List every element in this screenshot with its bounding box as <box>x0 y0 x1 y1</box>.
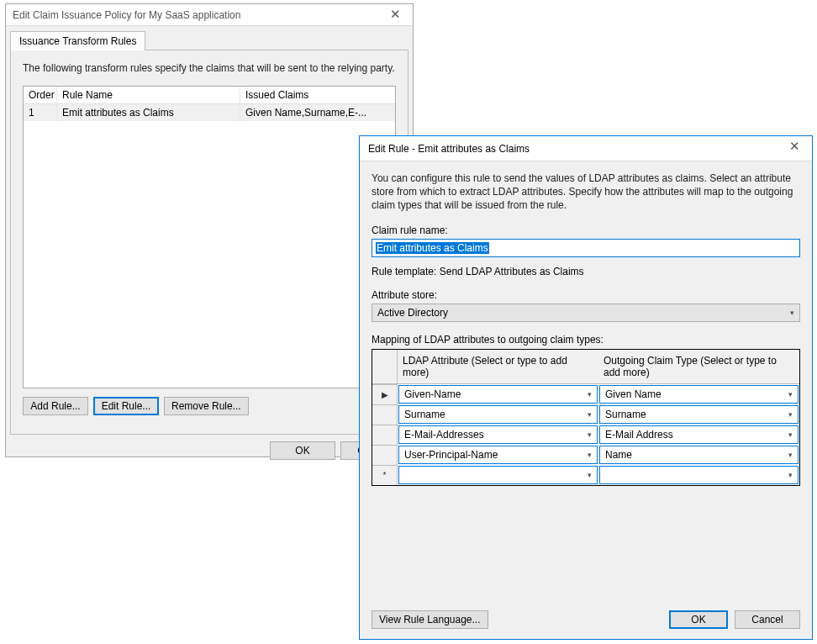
attr-store-label: Attribute store: <box>372 289 800 301</box>
chevron-down-icon: ▾ <box>788 430 793 439</box>
row-indicator[interactable] <box>372 404 398 425</box>
tab-issuance-transform[interactable]: Issuance Transform Rules <box>10 31 145 50</box>
chevron-down-icon: ▾ <box>588 390 592 399</box>
window-title: Edit Rule - Emit attributes as Claims <box>368 143 530 155</box>
input-selection: Emit attributes as Claims <box>376 242 489 254</box>
chevron-down-icon: ▾ <box>790 309 794 317</box>
outgoing-claim-cell[interactable]: E-Mail Address▾ <box>599 425 799 444</box>
col-rulename[interactable]: Rule Name <box>57 87 240 103</box>
rules-table[interactable]: Order Rule Name Issued Claims 1 Emit att… <box>23 86 396 388</box>
row-indicator[interactable] <box>372 445 398 465</box>
col-order[interactable]: Order <box>24 87 57 103</box>
ldap-attr-cell[interactable]: Given-Name▾ <box>398 385 598 404</box>
rule-template-text: Rule template: Send LDAP Attributes as C… <box>372 266 800 277</box>
outgoing-claim-cell[interactable]: Given Name▾ <box>599 385 799 404</box>
claim-rule-name-label: Claim rule name: <box>372 224 800 236</box>
close-icon[interactable]: ✕ <box>784 139 805 154</box>
table-row: Surname▾ Surname▾ <box>372 404 799 425</box>
edit-rule-button[interactable]: Edit Rule... <box>93 397 159 415</box>
outgoing-claim-cell[interactable]: Name▾ <box>599 446 799 464</box>
ldap-attr-cell[interactable]: E-Mail-Addresses▾ <box>398 425 598 444</box>
chevron-down-icon: ▾ <box>588 410 592 419</box>
view-rule-language-button[interactable]: View Rule Language... <box>372 610 488 629</box>
remove-rule-button[interactable]: Remove Rule... <box>164 397 249 415</box>
table-row[interactable]: 1 Emit attributes as Claims Given Name,S… <box>24 104 395 121</box>
chevron-down-icon: ▾ <box>788 451 793 459</box>
ok-button[interactable]: OK <box>669 610 728 629</box>
cell-order: 1 <box>24 104 57 121</box>
table-row: ▶ Given-Name▾ Given Name▾ <box>372 384 799 404</box>
claim-rule-name-input[interactable]: Emit attributes as Claims <box>372 239 800 257</box>
table-row: User-Principal-Name▾ Name▾ <box>372 445 799 465</box>
outgoing-claim-cell[interactable]: Surname▾ <box>599 405 799 424</box>
ok-button[interactable]: OK <box>270 441 335 460</box>
claim-policy-dialog: Edit Claim Issuance Policy for My SaaS a… <box>5 3 414 457</box>
tab-panel: The following transform rules specify th… <box>10 50 408 435</box>
chevron-down-icon: ▾ <box>788 471 793 479</box>
table-row: * ▾ ▾ <box>372 465 799 485</box>
chevron-down-icon: ▾ <box>588 471 592 479</box>
mapping-label: Mapping of LDAP attributes to outgoing c… <box>372 334 800 346</box>
attr-store-value: Active Directory <box>377 307 448 319</box>
description-text: You can configure this rule to send the … <box>372 172 800 213</box>
ldap-attr-cell[interactable]: User-Principal-Name▾ <box>398 446 598 464</box>
ldap-attr-cell[interactable]: Surname▾ <box>398 405 598 424</box>
outgoing-claim-cell[interactable]: ▾ <box>599 466 799 484</box>
window-title: Edit Claim Issuance Policy for My SaaS a… <box>13 9 240 21</box>
cell-name: Emit attributes as Claims <box>57 104 240 121</box>
col-issued[interactable]: Issued Claims <box>240 87 395 103</box>
col-ldap-attr[interactable]: LDAP Attribute (Select or type to add mo… <box>398 350 598 384</box>
chevron-down-icon: ▾ <box>788 410 793 419</box>
edit-rule-dialog: Edit Rule - Emit attributes as Claims ✕ … <box>359 135 813 640</box>
intro-text: The following transform rules specify th… <box>23 62 396 74</box>
chevron-down-icon: ▾ <box>588 451 592 459</box>
new-row-icon[interactable]: * <box>372 465 398 485</box>
close-icon[interactable]: ✕ <box>385 7 406 22</box>
cell-issued: Given Name,Surname,E-... <box>240 104 395 121</box>
add-rule-button[interactable]: Add Rule... <box>23 397 88 415</box>
table-header: Order Rule Name Issued Claims <box>24 87 395 104</box>
chevron-down-icon: ▾ <box>588 430 592 439</box>
row-indicator-icon[interactable]: ▶ <box>372 384 398 404</box>
titlebar[interactable]: Edit Claim Issuance Policy for My SaaS a… <box>6 4 413 26</box>
ldap-attr-cell[interactable]: ▾ <box>398 466 598 484</box>
attr-store-select[interactable]: Active Directory ▾ <box>372 304 800 322</box>
col-outgoing-claim[interactable]: Outgoing Claim Type (Select or type to a… <box>598 350 799 384</box>
cancel-button[interactable]: Cancel <box>735 610 800 629</box>
row-indicator[interactable] <box>372 425 398 445</box>
table-row: E-Mail-Addresses▾ E-Mail Address▾ <box>372 425 799 445</box>
mapping-table: LDAP Attribute (Select or type to add mo… <box>372 349 800 486</box>
row-selector-header <box>372 350 398 384</box>
titlebar[interactable]: Edit Rule - Emit attributes as Claims ✕ <box>360 136 812 161</box>
chevron-down-icon: ▾ <box>788 390 793 399</box>
